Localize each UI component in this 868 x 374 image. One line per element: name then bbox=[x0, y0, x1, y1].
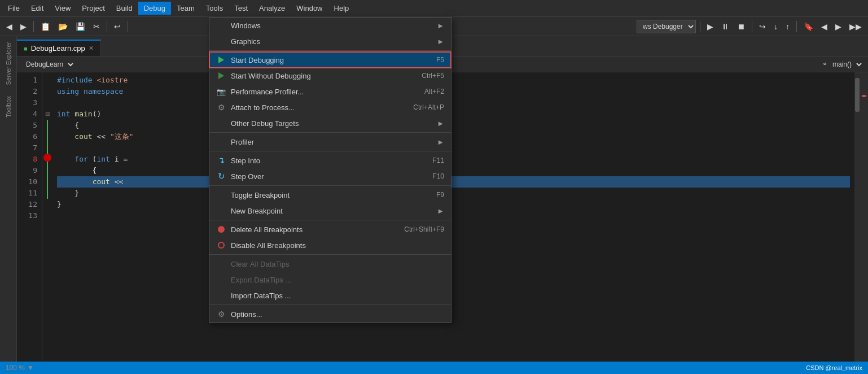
code-nav-right[interactable]: main() bbox=[828, 57, 863, 72]
toolbox-tab[interactable]: Toolbox bbox=[3, 90, 14, 123]
line-num-12: 12 bbox=[17, 199, 37, 210]
separator-2 bbox=[209, 132, 451, 133]
menu-edit[interactable]: Edit bbox=[25, 2, 49, 15]
code-line-9: { bbox=[57, 165, 850, 176]
toolbar-btn-4[interactable]: ✂ bbox=[90, 20, 103, 33]
windows-arrow: ► bbox=[437, 21, 444, 30]
editor-scrollbar[interactable] bbox=[854, 72, 860, 374]
menu-build[interactable]: Build bbox=[111, 2, 138, 15]
server-explorer-tab[interactable]: Server Explorer bbox=[3, 36, 14, 90]
menu-item-windows[interactable]: Windows ► bbox=[209, 18, 451, 33]
forward-button[interactable]: ▶ bbox=[17, 20, 29, 33]
menu-item-disable-all-bp[interactable]: Disable All Breakpoints bbox=[209, 237, 451, 253]
toolbar-btn-8[interactable]: ↪ bbox=[756, 20, 769, 33]
menu-view[interactable]: View bbox=[49, 2, 76, 15]
profiler-arrow: ► bbox=[437, 138, 444, 146]
menu-file[interactable]: File bbox=[2, 2, 25, 15]
toolbar-separator-2 bbox=[107, 21, 107, 32]
line-num-11: 11 bbox=[17, 188, 37, 199]
menu-item-import-datatips[interactable]: Import DataTips ... bbox=[209, 288, 451, 303]
new-breakpoint-arrow: ► bbox=[437, 207, 444, 215]
step-over-shortcut: F10 bbox=[432, 172, 444, 180]
back-button[interactable]: ◀ bbox=[3, 20, 15, 33]
other-debug-targets-label: Other Debug Targets bbox=[231, 119, 431, 128]
toolbar-separator-5 bbox=[752, 21, 752, 32]
left-panel: Server Explorer Toolbox bbox=[0, 36, 17, 374]
breakpoint-dot[interactable] bbox=[43, 154, 51, 162]
separator-1 bbox=[209, 50, 451, 51]
toolbar-btn-11[interactable]: 🔖 bbox=[801, 20, 816, 33]
menu-item-new-breakpoint[interactable]: New Breakpoint ► bbox=[209, 203, 451, 219]
menu-item-graphics[interactable]: Graphics ► bbox=[209, 33, 451, 49]
code-line-8: for (int i = bbox=[57, 154, 850, 165]
toolbar-separator-3 bbox=[128, 21, 128, 32]
attach-process-label: Attach to Process... bbox=[231, 103, 391, 112]
undo-button[interactable]: ↩ bbox=[111, 20, 124, 33]
separator-3 bbox=[209, 151, 451, 151]
toolbar-btn-3[interactable]: 💾 bbox=[73, 20, 88, 33]
menu-analyze[interactable]: Analyze bbox=[253, 2, 291, 15]
scrollbar-thumb[interactable] bbox=[855, 78, 860, 112]
function-icon: ⚬ bbox=[822, 60, 828, 68]
line-numbers: 1 2 3 4 5 6 7 8 9 10 11 12 13 bbox=[17, 72, 42, 374]
menu-item-toggle-breakpoint[interactable]: Toggle Breakpoint F9 bbox=[209, 187, 451, 203]
toolbar-btn-5[interactable]: ▶ bbox=[704, 20, 716, 33]
code-nav-left[interactable]: DebugLearn bbox=[21, 57, 75, 72]
toolbar-btn-1[interactable]: 📋 bbox=[38, 20, 53, 33]
debugger-select[interactable]: ws Debugger bbox=[637, 20, 696, 33]
menu-tools[interactable]: Tools bbox=[200, 2, 229, 15]
menu-window[interactable]: Window bbox=[291, 2, 328, 15]
windows-label: Windows bbox=[231, 21, 431, 30]
menu-help[interactable]: Help bbox=[328, 2, 355, 15]
menu-item-step-over[interactable]: ↻ Step Over F10 bbox=[209, 168, 451, 184]
zoom-control[interactable]: 100 % ▼ bbox=[6, 364, 34, 372]
start-without-debug-shortcut: Ctrl+F5 bbox=[422, 72, 444, 80]
menu-debug[interactable]: Debug bbox=[138, 2, 171, 15]
graphics-label: Graphics bbox=[231, 37, 431, 46]
export-datatips-label: Export DataTips ... bbox=[231, 276, 444, 284]
gutter: ⊟ bbox=[42, 72, 52, 374]
toolbar-btn-13[interactable]: ▶ bbox=[832, 20, 844, 33]
code-line-5: { bbox=[57, 120, 850, 131]
delete-bp-icon bbox=[215, 226, 227, 233]
step-into-label: Step Into bbox=[231, 156, 410, 165]
step-over-label: Step Over bbox=[231, 172, 410, 181]
delete-all-bp-shortcut: Ctrl+Shift+F9 bbox=[404, 225, 444, 233]
gutter-bar-5 bbox=[47, 120, 48, 131]
menu-item-start-debugging[interactable]: Start Debugging F5 bbox=[209, 52, 451, 68]
play-gray-icon bbox=[215, 72, 227, 79]
code-content[interactable]: #include <iostre using namespace int mai… bbox=[52, 72, 854, 374]
menu-item-clear-datatips: Clear All DataTips bbox=[209, 256, 451, 272]
toolbar-btn-6[interactable]: ⏸ bbox=[718, 20, 732, 33]
menu-item-other-debug-targets[interactable]: Other Debug Targets ► bbox=[209, 115, 451, 131]
gutter-bar-9 bbox=[47, 165, 48, 176]
menu-team[interactable]: Team bbox=[171, 2, 200, 15]
menu-project[interactable]: Project bbox=[76, 2, 110, 15]
toolbar-btn-10[interactable]: ↑ bbox=[783, 20, 792, 33]
menu-item-step-into[interactable]: ↴ Step Into F11 bbox=[209, 153, 451, 168]
menu-item-start-without-debug[interactable]: Start Without Debugging Ctrl+F5 bbox=[209, 68, 451, 84]
toolbar-btn-2[interactable]: 📂 bbox=[55, 20, 71, 33]
menu-test[interactable]: Test bbox=[229, 2, 253, 15]
toolbar-btn-7[interactable]: ⏹ bbox=[734, 20, 748, 33]
line-num-8: 8 bbox=[17, 154, 37, 165]
toolbar-btn-12[interactable]: ◀ bbox=[818, 20, 830, 33]
other-debug-targets-arrow: ► bbox=[437, 119, 444, 128]
menu-item-attach-process[interactable]: ⚙ Attach to Process... Ctrl+Alt+P bbox=[209, 99, 451, 115]
gutter-12 bbox=[42, 199, 52, 210]
menubar: File Edit View Project Build Debug Team … bbox=[0, 0, 868, 17]
menu-item-options[interactable]: ⚙ Options... bbox=[209, 306, 451, 322]
status-right-text: CSDN @real_metrix bbox=[806, 364, 862, 371]
toolbar-btn-14[interactable]: ▶▶ bbox=[847, 20, 865, 33]
code-line-7 bbox=[57, 142, 850, 154]
menu-item-delete-all-bp[interactable]: Delete All Breakpoints Ctrl+Shift+F9 bbox=[209, 221, 451, 237]
menu-item-performance-profiler[interactable]: 📷 Performance Profiler... Alt+F2 bbox=[209, 84, 451, 99]
performance-profiler-label: Performance Profiler... bbox=[231, 88, 402, 96]
toolbar-btn-9[interactable]: ↓ bbox=[771, 20, 781, 33]
tab-close-button[interactable]: ✕ bbox=[89, 45, 94, 52]
tab-icon: ■ bbox=[24, 45, 28, 52]
tab-debuglearn-cpp[interactable]: ■ DebugLearn.cpp ✕ bbox=[17, 40, 101, 56]
menu-item-profiler[interactable]: Profiler ► bbox=[209, 134, 451, 150]
toolbar-separator-4 bbox=[700, 21, 700, 32]
options-gear-icon: ⚙ bbox=[215, 310, 227, 319]
